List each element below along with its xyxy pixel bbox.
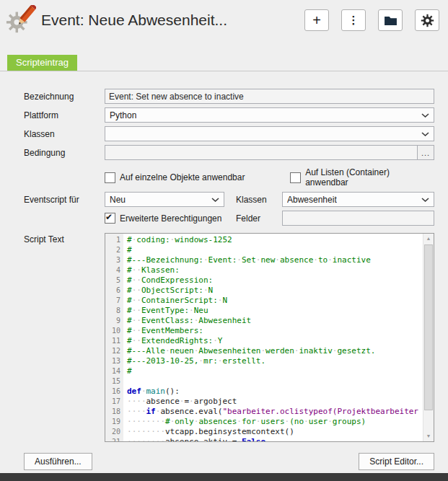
line-number: 8 [105,306,120,316]
bezeichnung-value: Event: Set new absence to inactive [109,92,244,102]
code-line: #---Alle·neuen·Abwesenheiten·werden·inak… [127,346,423,356]
eventscript-fuer-select[interactable]: Neu [105,192,224,207]
code-line: #··ObjectScript:·N [127,286,423,296]
code-line: ········absence.aktiv·=·False [127,437,423,441]
bedingung-input[interactable] [105,145,418,160]
bezeichnung-label: Bezeichnung [24,92,105,102]
einzelne-objekte-checkbox[interactable] [105,172,115,183]
line-number: 7 [105,296,120,306]
ellipsis-icon: ⋮ [348,14,359,27]
code-line: #··CondExpression: [127,275,423,286]
bottom-dark-strip [0,473,448,481]
event-klassen-select[interactable]: Abwesenheit [282,192,434,207]
bedingung-label: Bedingung [24,148,105,158]
line-number: 11 [105,336,120,346]
script-text-label: Script Text [24,233,105,244]
editor-gutter: 123456789101112131415161718192021 [105,234,123,441]
line-number: 13 [105,356,120,366]
code-line: ········#·only·absences·for·users·(no·us… [127,417,423,427]
klassen-label: Klassen [24,129,105,139]
settings-button[interactable] [415,9,439,31]
listen-container-group: Auf Listen (Container) anwendbar [290,167,434,187]
script-code-editor[interactable]: 123456789101112131415161718192021 #·codi… [105,233,434,442]
eventscript-fuer-value: Neu [110,195,126,205]
row-eventscript: Eventscript für Neu Klassen Abwesenheit [24,192,434,207]
row-klassen: Klassen [24,126,434,141]
code-line: #··ContainerScript:·N [127,296,423,306]
line-number: 1 [105,235,120,245]
felder-label: Felder [236,213,273,224]
chevron-down-icon [421,113,429,118]
row-anwendbar-checkboxes: Auf einzelne Objekte anwendbar Auf Liste… [24,167,434,187]
line-number: 19 [105,417,120,427]
einzelne-objekte-group: Auf einzelne Objekte anwendbar [105,172,290,183]
scrollbar-thumb[interactable] [424,244,433,410]
code-line: #---Bezeichnung:·Event:·Set·new·absence·… [127,255,423,265]
chevron-down-icon [421,132,429,136]
bedingung-more-button[interactable]: ... [417,145,434,160]
folder-button[interactable] [378,9,403,31]
code-line: # [127,245,423,255]
line-number: 2 [105,245,120,255]
erweiterte-berechtigungen-checkbox[interactable] [105,213,115,224]
chevron-down-icon [421,198,429,202]
code-line: ····absence·=·argobject [127,397,423,407]
erweiterte-berechtigungen-group: Erweiterte Berechtigungen [105,213,236,224]
code-line: def·main(): [127,387,423,397]
line-number: 6 [105,286,120,296]
line-number: 16 [105,387,120,397]
klassen-select[interactable] [105,126,434,141]
editor-code[interactable]: #·coding:·windows-1252##---Bezeichnung:·… [123,234,423,441]
listen-container-checkbox[interactable] [290,172,301,183]
folder-icon [384,15,398,26]
line-number: 3 [105,255,120,265]
plattform-value: Python [110,110,136,120]
plus-icon: + [312,13,321,27]
tab-bar: Scripteintrag [0,55,448,71]
row-bedingung: Bedingung ... [24,145,434,160]
erweiterte-berechtigungen-label: Erweiterte Berechtigungen [120,213,221,224]
felder-input[interactable] [282,211,434,226]
row-script-text: Script Text 1234567891011121314151617181… [24,233,434,442]
script-editor-button[interactable]: Script Editor... [359,453,434,470]
code-line: #·coding:·windows-1252 [127,235,423,245]
code-line: #··EventType:·Neu [127,306,423,316]
row-bezeichnung: Bezeichnung Event: Set new absence to in… [24,89,434,104]
code-line: #··EventMembers: [127,326,423,336]
line-number: 4 [105,265,120,275]
line-number: 14 [105,366,120,376]
event-klassen-value: Abwesenheit [287,195,337,205]
add-button[interactable]: + [304,9,329,31]
code-line: ········vtcapp.beginsystemcontext() [127,427,423,437]
scroll-down-arrow-icon[interactable]: ▼ [423,431,434,441]
einzelne-objekte-label: Auf einzelne Objekte anwendbar [120,172,245,182]
row-plattform: Plattform Python [24,107,434,123]
code-line: #··ExtendedRights:·Y [127,336,423,346]
script-event-app-icon [6,5,36,35]
code-line [127,376,423,387]
ausfuehren-button[interactable]: Ausführen... [24,453,92,470]
line-number: 10 [105,326,120,336]
line-number: 20 [105,427,120,437]
editor-scrollbar[interactable]: ▲ ▼ [423,234,434,441]
listen-container-label: Auf Listen (Container) anwendbar [305,167,434,187]
event-klassen-label: Klassen [236,195,273,205]
plattform-select[interactable]: Python [105,107,434,123]
window-title: Event: Neue Abwesenheit... [41,12,304,29]
scroll-up-arrow-icon[interactable]: ▲ [423,234,434,244]
tab-scripteintrag[interactable]: Scripteintrag [7,55,77,71]
line-number: 5 [105,275,120,286]
menu-button[interactable]: ⋮ [341,9,366,31]
eventscript-fuer-label: Eventscript für [24,195,105,205]
code-line: # [127,366,423,376]
line-number: 18 [105,407,120,417]
row-berechtigungen: Erweiterte Berechtigungen Felder [24,211,434,226]
line-number: 21 [105,437,120,442]
line-number: 12 [105,346,120,356]
footer-buttons: Ausführen... Script Editor... [0,446,448,470]
bezeichnung-input[interactable]: Event: Set new absence to inactive [105,89,434,104]
code-line: #··Klassen: [127,265,423,275]
gear-icon [421,14,434,27]
script-entry-form: Bezeichnung Event: Set new absence to in… [0,71,448,442]
header-toolbar: + ⋮ [304,9,439,31]
